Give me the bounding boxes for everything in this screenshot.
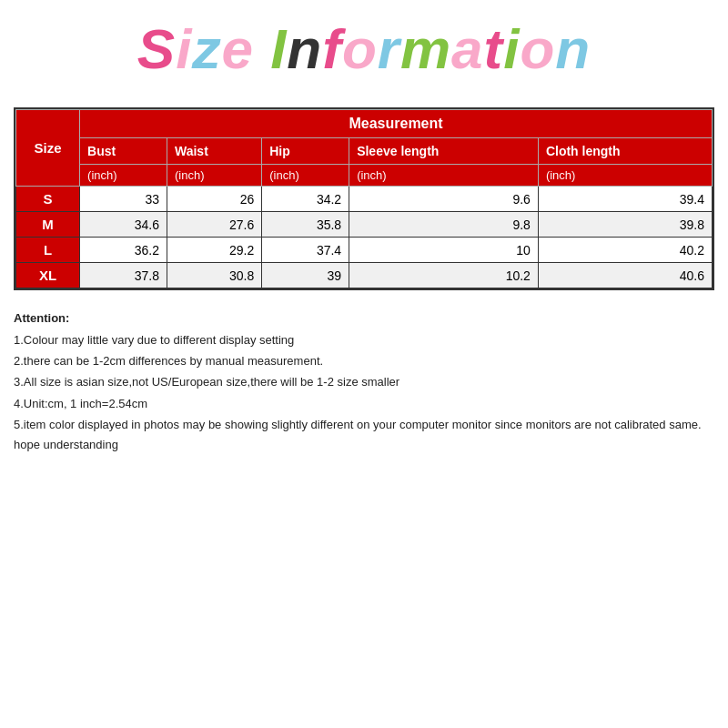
data-cell: 40.2: [538, 238, 712, 263]
unit-cell: (inch): [80, 165, 167, 187]
data-cell: 26: [167, 187, 261, 212]
col-header: Bust: [80, 138, 167, 165]
table-row: M34.627.635.89.839.8: [16, 212, 713, 238]
col-header: Sleeve length: [349, 138, 539, 165]
size-cell: L: [16, 238, 80, 263]
data-cell: 29.2: [167, 238, 261, 263]
col-header: Waist: [167, 138, 261, 165]
unit-cell: (inch): [349, 165, 539, 187]
unit-cell: (inch): [538, 165, 712, 187]
notes-section: Attention: 1.Colour may little vary due …: [14, 308, 714, 455]
data-cell: 37.4: [262, 238, 349, 263]
table-row: S332634.29.639.4: [16, 187, 713, 212]
data-cell: 30.8: [167, 263, 261, 288]
data-cell: 9.6: [349, 187, 539, 212]
data-cell: 34.6: [80, 212, 167, 238]
measurement-header: Measurement: [80, 110, 713, 138]
table-row: XL37.830.83910.240.6: [16, 263, 713, 288]
data-cell: 35.8: [262, 212, 349, 238]
size-table: Size Measurement BustWaistHipSleeve leng…: [15, 109, 713, 288]
note-item: 1.Colour may little vary due to differen…: [14, 330, 714, 350]
data-cell: 33: [80, 187, 167, 212]
size-col-header: Size: [16, 110, 80, 187]
size-cell: S: [16, 187, 80, 212]
unit-cell: (inch): [167, 165, 261, 187]
note-item: 3.All size is asian size,not US/European…: [14, 372, 714, 392]
page-title: Size Information: [9, 18, 719, 80]
data-cell: 36.2: [80, 238, 167, 263]
size-cell: XL: [16, 263, 80, 288]
notes-title: Attention:: [14, 308, 714, 329]
page-container: Size Information Size Measurement BustWa…: [0, 0, 728, 728]
col-header: Cloth length: [538, 138, 712, 165]
note-item: 4.Unit:cm, 1 inch=2.54cm: [14, 394, 714, 414]
data-cell: 10.2: [349, 263, 539, 288]
note-item: 2.there can be 1-2cm differences by manu…: [14, 351, 714, 371]
size-cell: M: [16, 212, 80, 238]
data-cell: 37.8: [80, 263, 167, 288]
note-item: 5.item color displayed in photos may be …: [14, 415, 714, 455]
data-cell: 10: [349, 238, 539, 263]
data-cell: 40.6: [538, 263, 712, 288]
col-header: Hip: [262, 138, 349, 165]
data-cell: 39.4: [538, 187, 712, 212]
data-cell: 9.8: [349, 212, 539, 238]
data-cell: 27.6: [167, 212, 261, 238]
table-row: L36.229.237.41040.2: [16, 238, 713, 263]
size-table-wrapper: Size Measurement BustWaistHipSleeve leng…: [14, 107, 714, 290]
data-cell: 34.2: [262, 187, 349, 212]
data-cell: 39: [262, 263, 349, 288]
data-cell: 39.8: [538, 212, 712, 238]
unit-cell: (inch): [262, 165, 349, 187]
